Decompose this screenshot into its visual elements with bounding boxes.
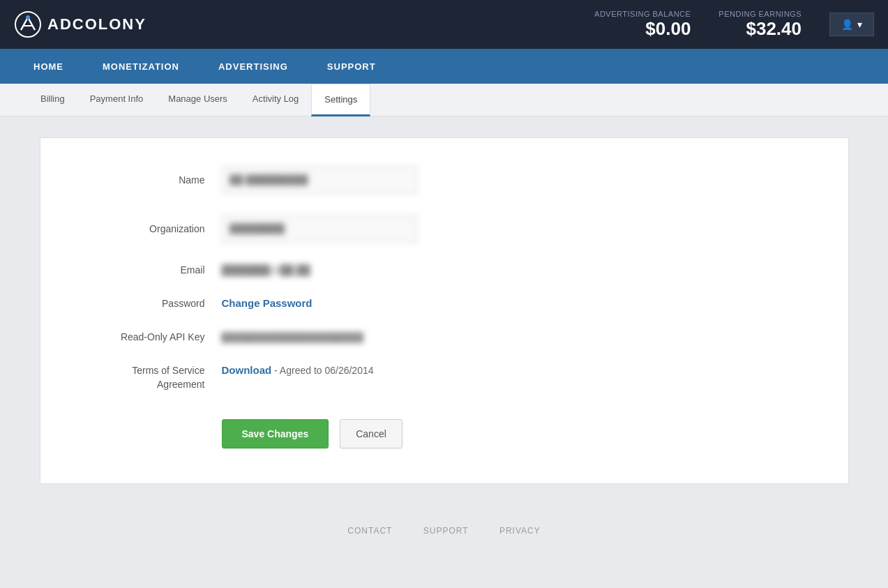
organization-value — [222, 215, 431, 243]
tos-agreed-text: - Agreed to 06/26/2014 — [274, 365, 373, 376]
logo: ADCOLONY — [14, 10, 146, 38]
settings-card: Name Organization Email ███████@██.██ Pa… — [40, 137, 849, 484]
tos-label: Terms of ServiceAgreement — [82, 364, 222, 391]
footer: CONTACT SUPPORT PRIVACY — [0, 505, 888, 557]
user-dropdown-arrow: ▾ — [857, 19, 862, 30]
form-buttons: Save Changes Cancel — [82, 419, 806, 448]
name-row: Name — [82, 166, 806, 194]
api-key-value: ████████████████████ — [222, 331, 431, 343]
tab-manage-users[interactable]: Manage Users — [156, 84, 240, 116]
nav-bar: HOME MONETIZATION ADVERTISING SUPPORT — [0, 49, 888, 84]
advertising-balance-label: Advertising Balance — [594, 10, 691, 18]
footer-contact[interactable]: CONTACT — [347, 526, 392, 536]
tab-settings[interactable]: Settings — [311, 84, 370, 116]
nav-home[interactable]: HOME — [14, 49, 83, 84]
logo-icon — [14, 10, 42, 38]
nav-advertising[interactable]: ADVERTISING — [199, 49, 308, 84]
tab-activity-log[interactable]: Activity Log — [240, 84, 311, 116]
svg-point-1 — [26, 15, 30, 20]
api-key-text: ████████████████████ — [222, 332, 364, 342]
api-key-row: Read-Only API Key ████████████████████ — [82, 331, 806, 343]
top-header: ADCOLONY Advertising Balance $0.00 Pendi… — [0, 0, 888, 49]
name-value — [222, 166, 431, 194]
footer-support[interactable]: SUPPORT — [423, 526, 469, 536]
email-value: ███████@██.██ — [222, 264, 431, 276]
tab-payment-info[interactable]: Payment Info — [77, 84, 156, 116]
user-menu-button[interactable]: 👤 ▾ — [829, 13, 874, 36]
email-row: Email ███████@██.██ — [82, 264, 806, 276]
nav-links: HOME MONETIZATION ADVERTISING SUPPORT — [14, 49, 396, 84]
tabs-bar: Billing Payment Info Manage Users Activi… — [0, 84, 888, 116]
name-label: Name — [82, 174, 222, 186]
user-icon: 👤 — [841, 19, 853, 30]
advertising-balance-amount: $0.00 — [594, 18, 691, 40]
email-label: Email — [82, 264, 222, 276]
logo-text: ADCOLONY — [47, 15, 146, 33]
save-button[interactable]: Save Changes — [222, 419, 329, 448]
tos-download-link[interactable]: Download — [222, 364, 272, 376]
main-content: Name Organization Email ███████@██.██ Pa… — [26, 116, 863, 505]
header-right: Advertising Balance $0.00 Pending Earnin… — [594, 10, 874, 40]
change-password-link[interactable]: Change Password — [222, 297, 313, 309]
nav-support[interactable]: SUPPORT — [308, 49, 396, 84]
tos-value: Download - Agreed to 06/26/2014 — [222, 364, 374, 376]
tab-billing[interactable]: Billing — [28, 84, 77, 116]
advertising-balance: Advertising Balance $0.00 — [594, 10, 691, 40]
pending-earnings-amount: $32.40 — [718, 18, 802, 40]
organization-input[interactable] — [222, 215, 417, 243]
password-row: Password Change Password — [82, 297, 806, 310]
cancel-button[interactable]: Cancel — [340, 419, 402, 448]
password-label: Password — [82, 298, 222, 309]
pending-earnings-label: Pending Earnings — [718, 10, 802, 18]
organization-row: Organization — [82, 215, 806, 243]
nav-monetization[interactable]: MONETIZATION — [83, 49, 199, 84]
organization-label: Organization — [82, 223, 222, 234]
api-key-label: Read-Only API Key — [82, 331, 222, 342]
pending-earnings: Pending Earnings $32.40 — [718, 10, 802, 40]
footer-privacy[interactable]: PRIVACY — [499, 526, 541, 536]
tos-row: Terms of ServiceAgreement Download - Agr… — [82, 364, 806, 391]
password-value: Change Password — [222, 297, 431, 310]
email-text: ███████@██.██ — [222, 264, 310, 276]
name-input[interactable] — [222, 166, 417, 194]
